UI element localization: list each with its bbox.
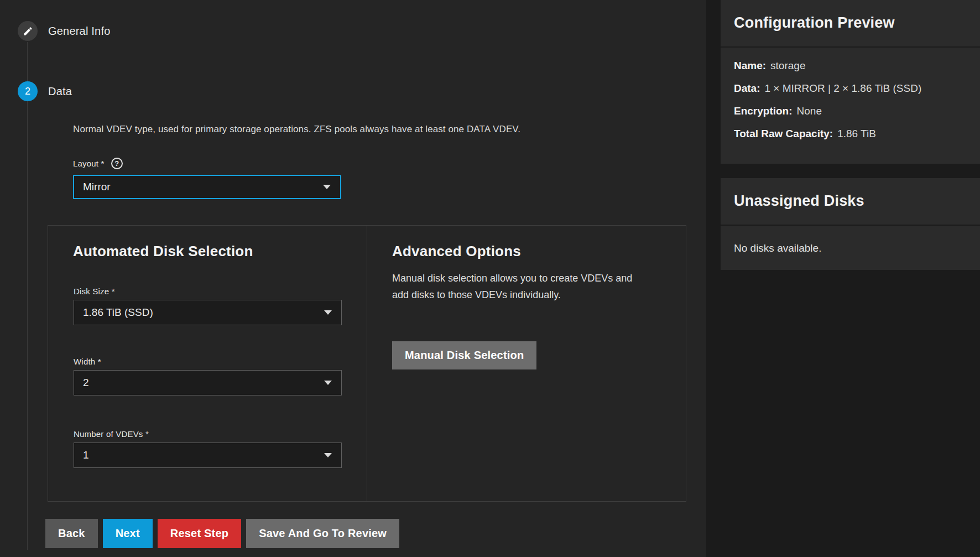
- vdev-description: Normal VDEV type, used for primary stora…: [73, 124, 520, 135]
- step2-circle: 2: [18, 81, 38, 101]
- config-row-data: Data: 1 × MIRROR | 2 × 1.86 TiB (SSD): [734, 77, 967, 100]
- pool-wizard-main: General Info 2 Data Normal VDEV type, us…: [0, 0, 706, 557]
- disk-size-select-value: 1.86 TiB (SSD): [83, 306, 153, 319]
- step1-label: General Info: [48, 25, 110, 38]
- unassigned-disks-panel: Unassigned Disks No disks available.: [721, 178, 980, 270]
- config-row-capacity: Total Raw Capacity: 1.86 TiB: [734, 122, 967, 145]
- layout-select-value: Mirror: [83, 181, 111, 193]
- next-button[interactable]: Next: [103, 519, 153, 548]
- config-preview-panel: Configuration Preview Name: storage Data…: [721, 0, 980, 164]
- manual-disk-selection-button[interactable]: Manual Disk Selection: [392, 341, 536, 369]
- config-row-name-label: Name:: [734, 60, 766, 72]
- help-icon[interactable]: ?: [111, 158, 123, 169]
- layout-label-row: Layout * ?: [73, 158, 123, 169]
- disk-size-select[interactable]: 1.86 TiB (SSD): [74, 300, 342, 325]
- disk-selection-panel: Automated Disk Selection Disk Size * 1.8…: [48, 225, 686, 502]
- config-row-encryption-value: None: [797, 105, 822, 117]
- chevron-down-icon: [324, 381, 332, 385]
- automated-section-title: Automated Disk Selection: [73, 243, 253, 260]
- step-general-info[interactable]: General Info: [18, 21, 110, 41]
- advanced-section-title: Advanced Options: [392, 243, 521, 260]
- stepper-connector-line: [27, 42, 28, 550]
- config-row-encryption: Encryption: None: [734, 100, 967, 122]
- unassigned-disks-title: Unassigned Disks: [734, 192, 864, 209]
- width-select[interactable]: 2: [74, 370, 342, 395]
- chevron-down-icon: [324, 310, 332, 315]
- config-preview-body: Name: storage Data: 1 × MIRROR | 2 × 1.8…: [721, 48, 980, 145]
- wizard-actions: Back Next Reset Step Save And Go To Revi…: [45, 519, 399, 548]
- config-row-capacity-label: Total Raw Capacity:: [734, 128, 833, 140]
- chevron-down-icon: [323, 185, 331, 189]
- unassigned-disks-header: Unassigned Disks: [721, 178, 980, 226]
- config-row-encryption-label: Encryption:: [734, 105, 793, 117]
- reset-step-button[interactable]: Reset Step: [158, 519, 241, 548]
- disk-size-label: Disk Size *: [74, 287, 115, 296]
- step2-label: Data: [48, 85, 72, 98]
- config-row-capacity-value: 1.86 TiB: [837, 128, 876, 140]
- no-disks-text: No disks available.: [721, 226, 980, 254]
- layout-label: Layout *: [73, 159, 105, 168]
- config-preview-header: Configuration Preview: [721, 0, 980, 48]
- layout-select[interactable]: Mirror: [73, 175, 341, 199]
- sidebar: Configuration Preview Name: storage Data…: [706, 0, 980, 557]
- config-row-name: Name: storage: [734, 54, 967, 77]
- config-preview-title: Configuration Preview: [734, 14, 895, 31]
- vdev-count-select[interactable]: 1: [74, 443, 342, 468]
- advanced-description: Manual disk selection allows you to crea…: [392, 270, 641, 303]
- chevron-down-icon: [324, 453, 332, 457]
- step-data[interactable]: 2 Data: [18, 81, 72, 101]
- vdev-count-label: Number of VDEVs *: [74, 429, 149, 439]
- save-review-button[interactable]: Save And Go To Review: [246, 519, 399, 548]
- step2-number-badge: 2: [25, 86, 30, 97]
- step1-circle: [18, 21, 38, 41]
- vdev-count-select-value: 1: [83, 449, 89, 461]
- pencil-edit-icon: [23, 26, 33, 37]
- config-row-data-label: Data:: [734, 82, 760, 95]
- config-row-data-value: 1 × MIRROR | 2 × 1.86 TiB (SSD): [765, 82, 922, 95]
- width-select-value: 2: [83, 377, 89, 389]
- width-label: Width *: [74, 357, 101, 366]
- column-divider: [367, 226, 367, 501]
- config-row-name-value: storage: [770, 60, 805, 72]
- back-button[interactable]: Back: [45, 519, 98, 548]
